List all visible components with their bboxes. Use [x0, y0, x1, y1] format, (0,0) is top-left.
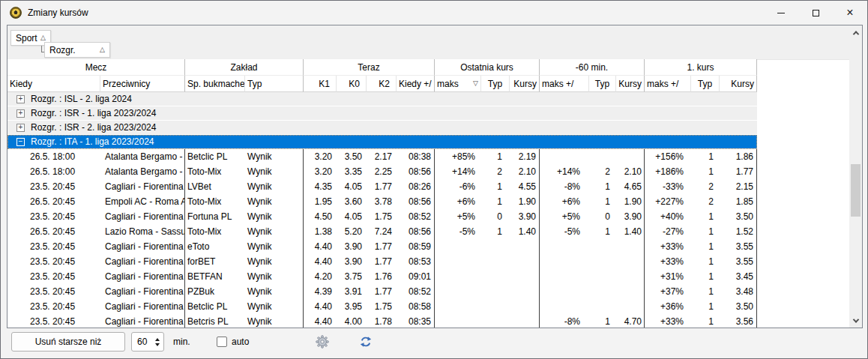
group-row[interactable]: +Rozgr. : ISL - 2. liga 2024: [7, 92, 757, 106]
cell-sp-bukmache-2: BETFAN: [185, 269, 245, 284]
cell-kiedy-7: 08:58: [397, 299, 435, 314]
column-header-kiedy-0[interactable]: Kiedy: [7, 76, 100, 92]
table-row[interactable]: 23.5. 20:45Cagliari - FiorentinaBetcris …: [7, 314, 757, 328]
band-header-mecz[interactable]: Mecz: [7, 59, 185, 76]
cell-kursy-10: 1.40: [510, 224, 540, 239]
auto-checkbox[interactable]: [217, 337, 227, 347]
cell-typ-9: 1: [481, 149, 510, 164]
table-row[interactable]: 23.5. 20:45Cagliari - FiorentinaBetclic …: [7, 299, 757, 314]
column-header-sp-bukmache-2[interactable]: Sp. bukmache: [185, 76, 245, 92]
cell-kiedy-0: 23.5. 20:45: [7, 299, 100, 314]
column-header-k1-4[interactable]: K1: [304, 76, 337, 92]
cell-kiedy-0: 23.5. 20:45: [7, 269, 100, 284]
cell-maks-14: +33%: [645, 239, 691, 254]
table-row[interactable]: 26.5. 18:00Atalanta Bergamo - ToriToto-M…: [7, 164, 757, 179]
table-row[interactable]: 23.5. 20:45Cagliari - FiorentinaBETFANWy…: [7, 269, 757, 284]
table-row[interactable]: 23.5. 20:45Cagliari - FiorentinaPZBukWyn…: [7, 284, 757, 299]
column-header-kursy-10[interactable]: Kursy: [510, 76, 540, 92]
cell-przeciwnicy-1: Cagliari - Fiorentina: [100, 179, 185, 194]
window: Zmiany kursów × Sport △ Rozgr. △ MeczZak…: [0, 0, 868, 359]
column-header-label: Typ: [247, 79, 262, 89]
table-row[interactable]: 26.5. 20:45Empoli AC - Roma ASToto-MixWy…: [7, 194, 757, 209]
delete-older-button[interactable]: Usuń starsze niż: [11, 332, 125, 352]
group-row-label: Rozgr. : ITA - 1. liga 2023/2024: [31, 136, 154, 147]
scroll-up-button[interactable]: [849, 26, 862, 39]
cell-typ-9: [481, 314, 510, 328]
cell-k2-6: 2.25: [367, 164, 397, 179]
column-header-kursy-16[interactable]: Kursy: [720, 76, 757, 92]
cell-typ-3: Wynik: [245, 314, 304, 328]
window-title: Zmiany kursów: [28, 7, 88, 18]
table-row[interactable]: 23.5. 20:45Cagliari - FiorentinaLVBetWyn…: [7, 179, 757, 194]
chevron-up-icon: [852, 31, 858, 37]
cell-k2-6: 2.17: [367, 149, 397, 164]
expand-icon[interactable]: +: [16, 109, 25, 118]
group-by-rozgr-button[interactable]: Rozgr. △: [44, 42, 110, 58]
column-header-typ-12[interactable]: Typ: [589, 76, 616, 92]
spinner-down-button[interactable]: [155, 343, 160, 346]
cell-kiedy-0: 26.5. 20:45: [7, 194, 100, 209]
column-header-label: Typ: [488, 79, 502, 89]
expand-icon[interactable]: +: [16, 124, 25, 132]
column-header-przeciwnicy-1[interactable]: Przeciwnicy: [100, 76, 185, 92]
table-row[interactable]: 26.5. 20:45Lazio Roma - SassuoloToto-Mix…: [7, 224, 757, 239]
group-row[interactable]: +Rozgr. : ISR - 2. liga 2023/2024: [7, 121, 757, 135]
expand-icon[interactable]: +: [16, 95, 25, 103]
cell-maks-11: +6%: [540, 194, 589, 209]
cell-typ-12: [589, 149, 616, 164]
column-header-maks-11[interactable]: maks +/: [540, 76, 589, 92]
cell-kiedy-7: 08:56: [397, 224, 435, 239]
column-header-typ-9[interactable]: Typ: [481, 76, 510, 92]
minutes-value[interactable]: 60: [132, 337, 147, 347]
cell-kursy-10: 2.19: [510, 149, 540, 164]
cell-k1-4: 4.20: [304, 269, 337, 284]
minimize-icon: [777, 13, 785, 13]
cell-typ-12: 1: [589, 194, 616, 209]
cell-kursy-13: [616, 269, 645, 284]
cell-maks-11: -5%: [540, 224, 589, 239]
cell-typ-15: 2: [691, 179, 720, 194]
table-row[interactable]: 23.5. 20:45Cagliari - FiorentinaFortuna …: [7, 209, 757, 224]
band-header-ostatnia-kurs[interactable]: Ostatnia kurs: [435, 59, 540, 76]
cell-k1-4: 3.20: [304, 164, 337, 179]
group-row-label: Rozgr. : ISR - 1. liga 2023/2024: [31, 108, 156, 118]
scroll-thumb[interactable]: [851, 164, 861, 217]
column-header-kiedy-7[interactable]: Kiedy +/: [397, 76, 435, 92]
column-header-maks-14[interactable]: maks +/: [645, 76, 691, 92]
cell-k2-6: 7.24: [367, 224, 397, 239]
column-header-label: maks: [437, 79, 459, 89]
maximize-button[interactable]: [798, 1, 833, 25]
column-header-k2-6[interactable]: K2: [367, 76, 397, 92]
band-header-zak-ad[interactable]: Zakład: [185, 59, 304, 76]
cell-maks-11: -8%: [540, 314, 589, 328]
cell-typ-12: [589, 239, 616, 254]
table-row[interactable]: 26.5. 18:00Atalanta Bergamo - ToriBetcli…: [7, 149, 757, 164]
cell-sp-bukmache-2: LVBet: [185, 179, 245, 194]
band-header-1-kurs[interactable]: 1. kurs: [645, 59, 757, 76]
minutes-spinner[interactable]: 60: [131, 332, 164, 352]
scroll-down-button[interactable]: [849, 314, 862, 327]
table-row[interactable]: 23.5. 20:45Cagliari - FiorentinaforBETWy…: [7, 254, 757, 269]
settings-gear-icon[interactable]: [316, 335, 329, 349]
column-header-label: K1: [319, 79, 330, 89]
column-header-kursy-13[interactable]: Kursy: [616, 76, 645, 92]
collapse-icon[interactable]: −: [16, 138, 25, 146]
vertical-scrollbar[interactable]: [849, 25, 862, 328]
band-header-60-min[interactable]: -60 min.: [540, 59, 645, 76]
column-header-typ-15[interactable]: Typ: [691, 76, 720, 92]
group-row[interactable]: +Rozgr. : ISR - 1. liga 2023/2024: [7, 106, 757, 121]
table-row[interactable]: 23.5. 20:45Cagliari - FiorentinaeTotoWyn…: [7, 239, 757, 254]
column-header-k0-5[interactable]: K0: [337, 76, 367, 92]
group-row[interactable]: −Rozgr. : ITA - 1. liga 2023/2024: [7, 135, 757, 149]
refresh-icon[interactable]: [359, 335, 373, 349]
group-by-panel: Sport △ Rozgr. △: [7, 25, 862, 60]
odds-table: Sport △ Rozgr. △ MeczZakładTerazOstatnia…: [7, 25, 863, 328]
column-header-typ-3[interactable]: Typ: [245, 76, 304, 92]
cell-maks-14: -27%: [645, 224, 691, 239]
band-header-teraz[interactable]: Teraz: [304, 59, 435, 76]
chevron-down-icon: [852, 316, 858, 322]
column-header-maks-8[interactable]: maks▽: [435, 76, 481, 92]
minimize-button[interactable]: [764, 1, 798, 25]
close-button[interactable]: ×: [833, 1, 867, 25]
spinner-up-button[interactable]: [155, 338, 160, 341]
